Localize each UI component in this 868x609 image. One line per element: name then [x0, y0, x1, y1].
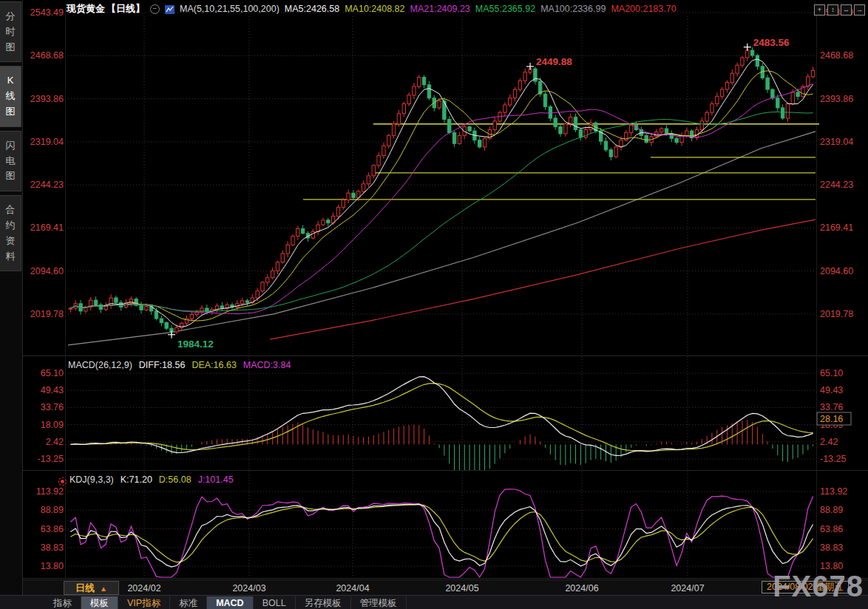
svg-text:2.42: 2.42	[820, 437, 838, 447]
sidebar-tab-label: 分时图	[5, 9, 16, 55]
shift-right-icon[interactable]: →	[854, 4, 865, 16]
toolbar-item-templates[interactable]: 模板	[81, 596, 118, 609]
x-axis-row	[0, 579, 868, 596]
svg-text:2468.68: 2468.68	[30, 50, 64, 61]
toolbar-item-vip-indicators[interactable]: VIP指标	[118, 596, 170, 609]
svg-text:-13.25: -13.25	[820, 454, 846, 464]
toolbar-item-standard[interactable]: 标准	[170, 596, 207, 609]
svg-text:38.83: 38.83	[820, 542, 843, 553]
sidebar-tab-kline[interactable]: K线图	[0, 66, 21, 126]
ma55-value: MA55:2365.92	[475, 4, 535, 14]
svg-text:2483.56: 2483.56	[753, 37, 790, 48]
toolbar-item-indicators[interactable]: 指标	[44, 596, 81, 609]
chevron-up-icon: ▲	[100, 585, 107, 593]
sidebar-tab-timeshare[interactable]: 分时图	[0, 1, 21, 62]
svg-text:63.86: 63.86	[41, 524, 64, 534]
chart-application: { "window": {"watermark": "FX678"}, "sid…	[0, 0, 868, 609]
svg-text:33.76: 33.76	[41, 402, 64, 412]
svg-text:1984.12: 1984.12	[177, 338, 214, 350]
svg-text:65.10: 65.10	[41, 368, 64, 378]
toolbar-item-boll[interactable]: BOLL	[254, 596, 296, 609]
ma21-value: MA21:2409.23	[410, 4, 470, 14]
svg-text:88.89: 88.89	[820, 505, 843, 515]
svg-text:65.10: 65.10	[820, 368, 843, 378]
kdj-j-value: J:101.45	[198, 474, 234, 485]
macd-dea-value: DEA:16.63	[191, 360, 236, 370]
svg-text:28.16: 28.16	[820, 414, 843, 424]
ma5-value: MA5:2426.58	[285, 4, 339, 14]
chart-header: 现货黄金【日线】−MA(5,10,21,55,100,200)MA5:2426.…	[67, 2, 682, 14]
svg-text:2244.23: 2244.23	[30, 180, 64, 190]
svg-text:2.42: 2.42	[46, 437, 64, 447]
watermark: FX678	[773, 570, 864, 603]
alert-icon[interactable]	[58, 477, 67, 486]
ma200-value: MA200:2183.70	[611, 4, 676, 14]
ma10-value: MA10:2408.82	[345, 4, 404, 14]
svg-text:2393.86: 2393.86	[30, 94, 64, 104]
svg-text:2393.86: 2393.86	[820, 94, 853, 104]
ma-settings-label: MA(5,10,21,55,100,200)	[180, 4, 279, 14]
bottom-toolbar: 指标模板VIP指标标准MACDBOLL另存模板管理模板	[0, 595, 868, 609]
kdj-d-value: D:56.08	[159, 474, 191, 485]
svg-text:2319.04: 2319.04	[820, 137, 853, 147]
svg-text:-13.25: -13.25	[38, 454, 64, 464]
macd-diff-value: DIFF:18.56	[139, 360, 186, 370]
svg-text:63.86: 63.86	[820, 524, 843, 534]
chart-canvas[interactable]: 2543.492543.492468.682468.682393.862393.…	[0, 0, 868, 609]
left-sidebar: 分时图 K线图 闪电图 合约资料	[0, 0, 23, 609]
collapse-icon[interactable]: −	[150, 4, 160, 14]
kdj-params-label: KDJ(9,3,3)	[69, 474, 114, 485]
svg-text:2543.49: 2543.49	[30, 7, 64, 18]
svg-text:2019.78: 2019.78	[820, 309, 853, 319]
svg-text:2449.88: 2449.88	[536, 56, 572, 67]
svg-text:18.09: 18.09	[41, 420, 64, 430]
toolbar-item-macd[interactable]: MACD	[207, 596, 254, 609]
svg-text:33.76: 33.76	[820, 402, 843, 412]
svg-text:2169.41: 2169.41	[30, 222, 64, 233]
macd-macd-value: MACD:3.84	[243, 360, 291, 370]
svg-text:49.43: 49.43	[820, 385, 843, 395]
svg-text:2094.60: 2094.60	[30, 266, 64, 276]
svg-text:88.89: 88.89	[41, 505, 64, 515]
svg-text:13.80: 13.80	[41, 561, 64, 571]
svg-text:113.92: 113.92	[820, 486, 847, 497]
svg-text:2319.04: 2319.04	[30, 137, 64, 147]
svg-text:38.83: 38.83	[41, 542, 64, 553]
pan-icon[interactable]: +	[814, 4, 825, 16]
svg-text:2468.68: 2468.68	[820, 50, 853, 61]
sidebar-tab-contract-info[interactable]: 合约资料	[0, 195, 21, 271]
svg-text:2094.60: 2094.60	[820, 266, 853, 276]
svg-text:18.09: 18.09	[820, 420, 843, 430]
scale-vertical-icon[interactable]: ↕	[827, 4, 838, 16]
svg-text:2244.23: 2244.23	[820, 180, 853, 190]
period-label: 日线	[75, 582, 95, 593]
macd-params-label: MACD(26,12,9)	[68, 360, 132, 370]
period-tag: 【日线】	[106, 3, 145, 14]
svg-text:49.43: 49.43	[41, 385, 64, 395]
sidebar-tab-label: K线图	[5, 73, 16, 119]
svg-text:113.92: 113.92	[36, 486, 64, 497]
instrument-title: 现货黄金	[67, 3, 105, 14]
toolbar-item-manage-templates[interactable]: 管理模板	[351, 596, 407, 609]
chart-toolbar-icons: +↕↔→	[812, 1, 865, 16]
scale-horizontal-icon[interactable]: ↔	[841, 4, 852, 16]
sidebar-tab-label: 闪电图	[5, 138, 16, 184]
svg-text:2169.41: 2169.41	[820, 222, 853, 233]
svg-text:2019.78: 2019.78	[30, 309, 64, 319]
period-selector[interactable]: 日线▲	[64, 581, 119, 595]
mini-chart-icon[interactable]	[165, 5, 174, 14]
toolbar-item-save-template[interactable]: 另存模板	[296, 596, 351, 609]
kdj-k-value: K:71.20	[121, 474, 152, 485]
macd-panel-header: MACD(26,12,9)DIFF:18.56DEA:16.63MACD:3.8…	[68, 360, 297, 370]
sidebar-tab-lightning[interactable]: 闪电图	[0, 131, 21, 191]
kdj-panel-header: KDJ(9,3,3)K:71.20D:56.08J:101.45	[69, 474, 240, 485]
ma100-value: MA100:2336.99	[540, 4, 606, 14]
sidebar-tab-label: 合约资料	[5, 203, 16, 264]
